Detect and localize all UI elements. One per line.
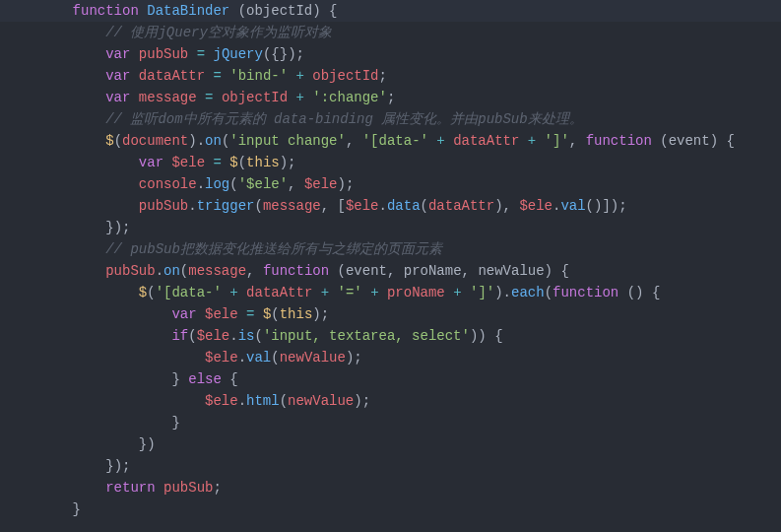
token-paren: ( bbox=[254, 328, 262, 344]
code-line[interactable]: // 监听dom中所有元素的 data-binding 属性变化。并由pubSu… bbox=[0, 108, 781, 130]
token-brace: { bbox=[652, 285, 660, 300]
token-brace: { bbox=[726, 133, 734, 149]
token-str: '=' bbox=[338, 285, 362, 300]
token-kw: return bbox=[105, 480, 155, 496]
token-op: + bbox=[296, 90, 304, 105]
token-brace: } bbox=[171, 371, 179, 387]
token-var: dataAttr bbox=[428, 198, 494, 214]
code-line[interactable]: // pubSub把数据变化推送给所有与之绑定的页面元素 bbox=[0, 238, 781, 260]
token-paren: ) bbox=[114, 220, 122, 235]
token-prop: console bbox=[139, 176, 197, 192]
code-line[interactable]: var dataAttr = 'bind-' + objectId; bbox=[0, 65, 781, 87]
token-brace: { bbox=[229, 371, 237, 387]
token-kw: var bbox=[105, 46, 130, 62]
token-paren: () bbox=[586, 198, 603, 214]
code-line[interactable]: }); bbox=[0, 217, 781, 238]
token-var: message bbox=[188, 263, 246, 279]
token-op: + bbox=[296, 68, 304, 84]
code-line[interactable]: var message = objectId + ':change'; bbox=[0, 87, 781, 108]
token-punct: , bbox=[246, 263, 254, 279]
token-paren: ) bbox=[545, 263, 553, 279]
token-method: on bbox=[205, 133, 222, 149]
code-editor[interactable]: function DataBinder (objectId) { // 使用jQ… bbox=[0, 0, 781, 520]
token-paren: ) bbox=[147, 436, 155, 452]
token-paren: () bbox=[627, 285, 644, 300]
token-var: $ele bbox=[205, 393, 238, 409]
token-this: this bbox=[246, 155, 280, 170]
token-param: event bbox=[669, 133, 710, 149]
token-var: pubSub bbox=[105, 263, 155, 279]
token-fn: jQuery bbox=[213, 46, 262, 62]
token-paren: )) bbox=[470, 328, 487, 344]
token-bracket: [ bbox=[338, 198, 346, 214]
code-line[interactable]: pubSub.trigger(message, [$ele.data(dataA… bbox=[0, 195, 781, 217]
token-brace: { bbox=[329, 3, 337, 19]
token-brace: {} bbox=[271, 46, 288, 62]
code-line[interactable]: $('[data-' + dataAttr + '=' + proName + … bbox=[0, 282, 781, 303]
code-line[interactable]: $ele.html(newValue); bbox=[0, 390, 781, 412]
token-var: $ele bbox=[197, 328, 230, 344]
code-line[interactable]: function DataBinder (objectId) { bbox=[0, 0, 781, 22]
token-str: '$ele' bbox=[238, 176, 288, 192]
token-punct: , bbox=[387, 263, 395, 279]
token-str: 'input, textarea, select' bbox=[263, 328, 470, 344]
token-op: + bbox=[229, 285, 237, 300]
token-kw: var bbox=[139, 155, 163, 170]
code-line[interactable]: } bbox=[0, 412, 781, 433]
token-punct: . bbox=[379, 198, 387, 214]
token-var: $ele bbox=[205, 306, 238, 322]
code-line[interactable]: var pubSub = jQuery({}); bbox=[0, 43, 781, 65]
token-paren: ( bbox=[280, 393, 288, 409]
token-punct: ; bbox=[354, 350, 361, 366]
token-punct: ; bbox=[321, 306, 329, 322]
code-line[interactable]: var $ele = $(this); bbox=[0, 152, 781, 173]
code-line[interactable]: return pubSub; bbox=[0, 477, 781, 499]
token-punct: . bbox=[156, 263, 163, 279]
code-line[interactable]: console.log('$ele', $ele); bbox=[0, 173, 781, 195]
code-line[interactable]: // 使用jQuery空对象作为监听对象 bbox=[0, 22, 781, 43]
token-param: newValue bbox=[478, 263, 544, 279]
token-method: trigger bbox=[197, 198, 255, 214]
token-punct: , bbox=[346, 133, 354, 149]
code-line[interactable]: }); bbox=[0, 455, 781, 477]
token-op: = bbox=[205, 90, 213, 105]
code-line[interactable]: }) bbox=[0, 433, 781, 455]
code-line[interactable]: $ele.val(newValue); bbox=[0, 347, 781, 368]
token-method: log bbox=[205, 176, 229, 192]
token-punct: , bbox=[569, 133, 577, 149]
token-punct: ; bbox=[288, 155, 295, 170]
token-var: message bbox=[263, 198, 321, 214]
token-var: pubSub bbox=[139, 198, 188, 214]
token-brace: } bbox=[171, 415, 179, 431]
code-line[interactable]: var $ele = $(this); bbox=[0, 303, 781, 325]
token-method: each bbox=[511, 285, 545, 300]
token-paren: ( bbox=[180, 263, 188, 279]
code-line[interactable]: pubSub.on(message, function (event, proN… bbox=[0, 260, 781, 282]
token-punct: ; bbox=[387, 90, 395, 105]
token-paren: ( bbox=[545, 285, 553, 300]
token-punct: ; bbox=[346, 176, 354, 192]
code-line[interactable]: } else { bbox=[0, 368, 781, 390]
token-var: proName bbox=[387, 285, 445, 300]
token-paren: ( bbox=[271, 350, 279, 366]
token-str: '[data-' bbox=[156, 285, 222, 300]
token-method: is bbox=[238, 328, 255, 344]
token-brace: } bbox=[73, 501, 81, 517]
token-var: $ele bbox=[171, 155, 205, 170]
token-paren: ( bbox=[660, 133, 668, 149]
token-punct: . bbox=[238, 393, 246, 409]
code-line[interactable]: $(document).on('input change', '[data-' … bbox=[0, 130, 781, 152]
token-punct: ; bbox=[362, 393, 370, 409]
token-var: pubSub bbox=[163, 480, 213, 496]
token-var: $ele bbox=[519, 198, 553, 214]
token-punct: . bbox=[238, 350, 246, 366]
token-param: event bbox=[346, 263, 387, 279]
code-line[interactable]: } bbox=[0, 499, 781, 520]
token-method: on bbox=[163, 263, 180, 279]
token-paren: ) bbox=[114, 458, 122, 474]
code-line[interactable]: if($ele.is('input, textarea, select')) { bbox=[0, 325, 781, 347]
token-op: = bbox=[213, 155, 221, 170]
token-paren: ) bbox=[288, 46, 295, 62]
token-str: ':change' bbox=[312, 90, 387, 105]
token-var: objectId bbox=[222, 90, 288, 105]
